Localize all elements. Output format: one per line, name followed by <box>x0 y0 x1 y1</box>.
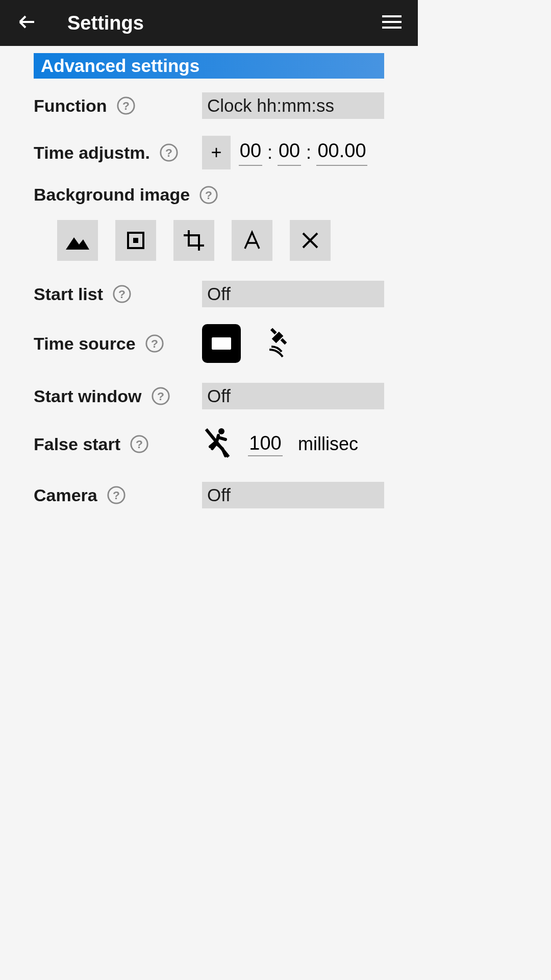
svg-rect-17 <box>270 328 277 335</box>
svg-text:?: ? <box>136 437 143 451</box>
help-icon[interactable]: ? <box>199 185 218 205</box>
start-window-select[interactable]: Off <box>202 383 384 409</box>
svg-line-24 <box>206 429 229 457</box>
svg-text:?: ? <box>157 389 164 403</box>
hours-input[interactable]: 00 <box>239 140 262 166</box>
page-title: Settings <box>67 12 144 34</box>
function-select[interactable]: Clock hh:mm:ss <box>202 92 384 119</box>
crop-icon <box>183 229 205 252</box>
time-adjust-label: Time adjustm. <box>34 143 150 163</box>
svg-text:?: ? <box>165 146 172 159</box>
function-row: Function ? Clock hh:mm:ss <box>34 91 384 120</box>
app-header: Settings <box>0 0 418 46</box>
camera-label: Camera <box>34 485 97 505</box>
sign-toggle-button[interactable]: + <box>202 136 231 169</box>
function-label: Function <box>34 96 107 116</box>
svg-text:?: ? <box>118 287 126 301</box>
minutes-input[interactable]: 00 <box>278 140 301 166</box>
satellite-icon <box>262 327 293 358</box>
menu-button[interactable] <box>382 14 402 32</box>
svg-rect-10 <box>133 238 138 243</box>
center-button[interactable] <box>115 220 156 261</box>
false-start-row: False start ? 100 millisec <box>34 426 384 462</box>
time-source-row: Time source ? <box>34 324 384 363</box>
square-center-icon <box>126 230 146 251</box>
help-icon[interactable]: ? <box>151 386 170 406</box>
false-start-unit: millisec <box>298 433 358 455</box>
start-window-label: Start window <box>34 386 142 406</box>
false-start-value-input[interactable]: 100 <box>248 432 283 456</box>
letter-a-icon <box>242 230 262 251</box>
device-icon <box>209 333 234 354</box>
start-list-select[interactable]: Off <box>202 281 384 307</box>
svg-rect-18 <box>281 338 287 345</box>
help-icon[interactable]: ? <box>116 96 136 115</box>
svg-text:?: ? <box>205 188 212 201</box>
colon: : <box>305 142 312 163</box>
svg-rect-15 <box>212 337 231 350</box>
background-image-label: Background image <box>34 185 190 205</box>
svg-text:?: ? <box>122 99 130 112</box>
help-icon[interactable]: ? <box>130 434 149 454</box>
seconds-input[interactable]: 00.00 <box>316 140 367 166</box>
svg-text:?: ? <box>113 488 120 502</box>
section-title: Advanced settings <box>34 53 384 79</box>
image-button[interactable] <box>57 220 98 261</box>
time-source-label: Time source <box>34 334 136 354</box>
help-icon[interactable]: ? <box>159 143 179 162</box>
camera-select[interactable]: Off <box>202 482 384 508</box>
image-icon <box>65 230 90 251</box>
colon: : <box>266 142 273 163</box>
clear-button[interactable] <box>290 220 331 261</box>
hamburger-icon <box>382 14 402 30</box>
svg-point-23 <box>218 428 224 434</box>
time-adjust-row: Time adjustm. ? + 00 : 00 : 00.00 <box>34 136 384 169</box>
close-icon <box>301 231 319 250</box>
text-button[interactable] <box>232 220 272 261</box>
svg-text:?: ? <box>151 337 158 350</box>
svg-rect-1 <box>382 21 402 23</box>
no-running-icon <box>202 426 233 460</box>
help-icon[interactable]: ? <box>107 485 126 505</box>
false-start-toggle[interactable] <box>202 426 233 462</box>
background-image-row: Background image ? <box>34 185 384 261</box>
false-start-label: False start <box>34 434 120 454</box>
crop-button[interactable] <box>173 220 214 261</box>
start-window-row: Start window ? Off <box>34 381 384 411</box>
help-icon[interactable]: ? <box>112 284 132 304</box>
start-list-row: Start list ? Off <box>34 279 384 309</box>
gps-time-button[interactable] <box>262 327 293 360</box>
device-time-button[interactable] <box>202 324 241 363</box>
camera-row: Camera ? Off <box>34 480 384 510</box>
svg-rect-2 <box>382 27 402 29</box>
start-list-label: Start list <box>34 284 103 304</box>
back-button[interactable] <box>16 12 37 34</box>
back-arrow-icon <box>16 12 37 32</box>
svg-rect-0 <box>382 15 402 17</box>
help-icon[interactable]: ? <box>145 334 164 353</box>
settings-content: Advanced settings Function ? Clock hh:mm… <box>0 46 418 532</box>
